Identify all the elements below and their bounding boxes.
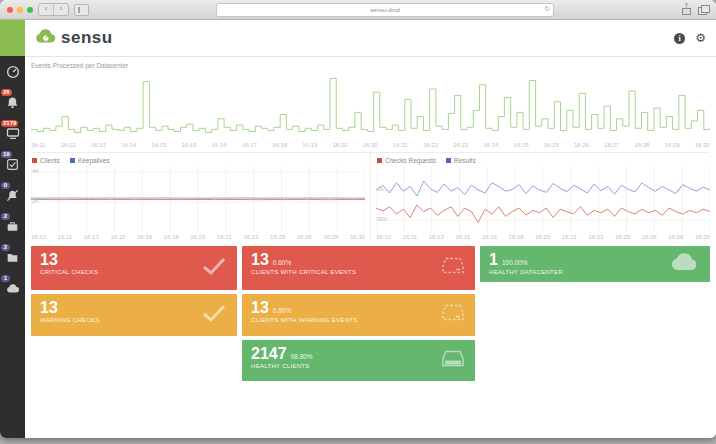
x-tick-label: 16:30 <box>350 234 365 240</box>
gear-icon[interactable]: ⚙ <box>695 32 706 44</box>
x-tick-label: 16:23 <box>453 142 468 148</box>
tile-healthy-datacenter[interactable]: 1100.00% HEALTHY DATACENTER <box>480 246 710 282</box>
tile-clients-critical-events[interactable]: 130.60% CLIENTS WITH CRITICAL EVENTS <box>242 246 475 290</box>
x-tick-label: 16:25 <box>270 234 285 240</box>
tile-label: CRITICAL CHECKS <box>40 269 228 275</box>
zoom-window-button[interactable] <box>27 7 33 13</box>
datacenters-badge: 1 <box>1 275 10 282</box>
sidebar-item-stashes[interactable]: 2 <box>0 211 25 242</box>
x-tick-label: 16:23 <box>243 234 258 240</box>
events-badge: 26 <box>1 89 12 96</box>
clients-legend-swatch <box>32 158 37 163</box>
x-tick-label: 16:21 <box>562 234 577 240</box>
y-tick-label: 500 <box>377 216 387 222</box>
tile-value: 13 <box>251 299 269 316</box>
app-header: sensu i ⚙ <box>25 20 716 57</box>
sidebar-item-clients[interactable]: 2179 <box>0 118 25 149</box>
tile-label: CLIENTS WITH CRITICAL EVENTS <box>251 269 466 275</box>
x-tick-label: 16:13 <box>429 234 444 240</box>
x-tick-label: 16:26 <box>297 234 312 240</box>
checks-results-chart: 1K500 <box>376 166 710 232</box>
cloud-icon <box>670 252 700 276</box>
x-tick-label: 16:26 <box>574 142 589 148</box>
back-button[interactable]: ‹ <box>39 4 53 15</box>
dashboard-main: Events Processed per Datacenter 16:1116:… <box>25 57 716 438</box>
checks-chart-x-axis: 16:1016:1116:1316:1516:1616:1816:2016:21… <box>376 232 710 241</box>
close-window-button[interactable] <box>7 7 13 13</box>
keepalives-legend-swatch <box>70 158 75 163</box>
x-tick-label: 16:30 <box>695 234 710 240</box>
x-tick-label: 16:15 <box>151 142 166 148</box>
y-tick-label: 2K <box>32 198 39 204</box>
stashes-badge: 2 <box>1 213 10 220</box>
x-tick-label: 16:26 <box>642 234 657 240</box>
tile-clients-warning-events[interactable]: 130.60% CLIENTS WITH WARNING EVENTS <box>242 294 475 336</box>
nav-buttons: ‹ › <box>38 3 69 16</box>
check-icon <box>201 303 227 327</box>
check-icon <box>201 256 227 280</box>
sidebar-item-aggregates[interactable]: 2 <box>0 242 25 273</box>
sidebar-item-dashboard[interactable] <box>0 56 25 87</box>
folder-icon <box>6 251 19 264</box>
tile-critical-checks[interactable]: 13 CRITICAL CHECKS <box>31 246 237 290</box>
x-tick-label: 16:15 <box>455 234 470 240</box>
sidebar-item-checks[interactable]: 19 <box>0 149 25 180</box>
clients-chart-x-axis: 16:1016:1116:1316:1516:1616:1816:2016:21… <box>31 232 365 241</box>
logo-text: sensu <box>61 28 113 48</box>
tile-value: 13 <box>251 251 269 268</box>
x-tick-label: 16:15 <box>110 234 125 240</box>
x-tick-label: 16:28 <box>668 234 683 240</box>
sidebar-toggle-icon[interactable] <box>74 4 89 16</box>
x-tick-label: 16:24 <box>483 142 498 148</box>
x-tick-label: 16:21 <box>393 142 408 148</box>
clients-badge: 2179 <box>1 120 18 127</box>
clients-keepalives-chart: 4K2K <box>31 166 365 232</box>
clients-legend-label: Clients <box>40 157 60 164</box>
tile-healthy-clients[interactable]: 214798.80% HEALTHY CLIENTS <box>242 340 475 381</box>
url-bar[interactable]: sensu-dmd ↻ <box>216 3 554 17</box>
gauge-icon <box>6 65 20 79</box>
x-tick-label: 16:16 <box>212 142 227 148</box>
minimize-window-button[interactable] <box>17 7 23 13</box>
checks-requests-legend-label: Checks Requests <box>385 157 436 164</box>
results-legend-label: Results <box>454 157 476 164</box>
x-tick-label: 16:18 <box>509 234 524 240</box>
x-tick-label: 16:11 <box>31 142 46 148</box>
url-text: sensu-dmd <box>370 7 400 13</box>
results-legend-swatch <box>446 158 451 163</box>
sidebar-item-silenced[interactable]: 0 <box>0 180 25 211</box>
tile-percent: 98.80% <box>291 353 313 360</box>
share-icon[interactable] <box>681 5 692 15</box>
x-tick-label: 16:20 <box>190 234 205 240</box>
tabs-overview-icon[interactable] <box>698 5 709 15</box>
browser-window: ‹ › sensu-dmd ↻ 26 <box>0 0 716 438</box>
check-icon <box>6 158 19 171</box>
sidebar-item-events[interactable]: 26 <box>0 87 25 118</box>
events-chart-x-axis: 16:1116:1216:1316:1416:1516:1516:1616:17… <box>31 140 710 149</box>
x-tick-label: 16:18 <box>164 234 179 240</box>
x-tick-label: 16:28 <box>323 234 338 240</box>
x-tick-label: 16:25 <box>514 142 529 148</box>
sensu-logo[interactable]: sensu <box>35 28 113 48</box>
x-tick-label: 16:27 <box>604 142 619 148</box>
clients-chart-legend: Clients Keepalives <box>32 157 365 164</box>
drive-icon <box>441 256 465 281</box>
reload-icon[interactable]: ↻ <box>544 6 550 13</box>
sidebar-item-datacenters[interactable]: 1 <box>0 273 25 304</box>
x-tick-label: 16:29 <box>665 142 680 148</box>
events-processed-chart <box>31 72 710 140</box>
x-tick-label: 16:28 <box>634 142 649 148</box>
x-tick-label: 16:16 <box>137 234 152 240</box>
drive-icon <box>441 348 465 373</box>
x-tick-label: 16:11 <box>58 234 73 240</box>
keepalives-legend-label: Keepalives <box>78 157 110 164</box>
tile-percent: 100.00% <box>502 259 528 266</box>
info-icon[interactable]: i <box>674 33 685 44</box>
x-tick-label: 16:25 <box>544 142 559 148</box>
briefcase-icon <box>6 220 19 233</box>
tile-percent: 0.60% <box>273 307 291 314</box>
x-tick-label: 16:19 <box>302 142 317 148</box>
tile-warning-checks[interactable]: 13 WARNING CHECKS <box>31 294 237 336</box>
x-tick-label: 16:25 <box>615 234 630 240</box>
forward-button[interactable]: › <box>53 4 68 15</box>
